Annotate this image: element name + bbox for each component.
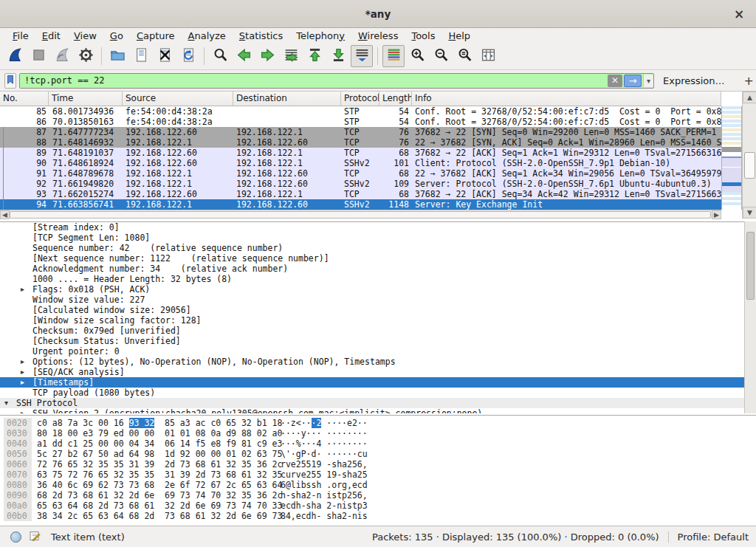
detail-line[interactable]: 1000 .... = Header Length: 32 bytes (8) [0,274,744,284]
menu-telephony[interactable]: Telephony [289,30,351,42]
hex-ascii[interactable]: ····y··· ········ [281,428,368,438]
column-header-destination[interactable]: Destination [233,92,341,106]
expander-collapsed-icon[interactable]: ▸ [21,284,30,295]
restart-capture-button[interactable] [51,45,73,67]
hex-bytes[interactable]: 80 18 00 e3 79 ed 00 00 01 01 08 0a d9 8… [37,428,282,438]
detail-line[interactable]: Acknowledgment number: 34 (relative ack … [0,264,744,274]
hex-row[interactable]: 006072 76 65 32 35 35 31 39 2d 73 68 61 … [0,459,756,469]
hex-bytes[interactable]: 38 34 2c 65 63 64 68 2d 73 68 61 32 2d 6… [37,511,282,521]
expander-expanded-icon[interactable]: ▾ [4,398,13,408]
menu-analyze[interactable]: Analyze [182,30,233,42]
filter-bookmark-button[interactable] [4,73,16,89]
capture-comment-icon[interactable] [29,530,41,544]
go-forward-button[interactable] [256,45,278,67]
reload-file-button[interactable] [177,45,199,67]
packet-row[interactable]: 9471.663856741192.168.122.1192.168.122.6… [0,199,721,210]
column-header-protocol[interactable]: Protocol [341,92,379,106]
packet-row[interactable]: 8771.647777234192.168.122.60192.168.122.… [0,127,721,137]
hex-bytes[interactable]: 63 75 72 76 65 32 35 35 31 39 2d 73 68 6… [37,469,282,480]
detail-line[interactable]: [TCP Segment Len: 1080] [0,233,744,243]
scroll-up-icon[interactable]: ▲ [743,92,756,103]
detail-line[interactable]: ▸SSH Version 2 (encryption:chacha20-poly… [0,408,744,413]
scroll-right-icon[interactable]: ▶ [712,210,721,219]
capture-options-button[interactable] [75,45,97,67]
menu-capture[interactable]: Capture [130,30,182,42]
detail-line[interactable]: [Next sequence number: 1122 (relative se… [0,253,744,264]
hex-ascii[interactable]: \'·gP·d· ······cu [281,449,368,459]
column-header-no[interactable]: No. [0,92,49,106]
detail-line[interactable]: [Calculated window size: 29056] [0,305,744,315]
close-icon[interactable]: × [729,4,749,24]
menu-statistics[interactable]: Statistics [233,30,289,42]
detail-line[interactable]: Window size value: 227 [0,295,744,305]
filter-dropdown-icon[interactable]: ▾ [643,75,653,87]
add-filter-button[interactable]: + [740,74,756,88]
hex-row[interactable]: 00a065 63 64 68 2d 73 68 61 32 2d 6e 69 … [0,500,756,511]
packet-row[interactable]: 9271.661949820192.168.122.1192.168.122.6… [0,179,721,189]
packet-row[interactable]: 8568.001734936fe:54:00:d4:38:2aSTP54Conf… [0,106,721,117]
expression-button[interactable]: Expression… [663,75,725,86]
packet-row[interactable]: 8971.648191037192.168.122.60192.168.122.… [0,148,721,158]
hex-row[interactable]: 0020c0 a8 7a 3c 00 16 93 32 85 a3 ac c0 … [0,418,756,428]
detail-line[interactable]: Urgent pointer: 0 [0,346,744,357]
menu-wireless[interactable]: Wireless [351,30,405,42]
column-header-source[interactable]: Source [123,92,233,106]
detail-line[interactable]: Sequence number: 42 (relative sequence n… [0,243,744,253]
packet-row[interactable]: 8670.013850163fe:54:00:d4:38:2aSTP54Conf… [0,117,721,127]
display-filter-input[interactable] [20,74,608,88]
stop-capture-button[interactable] [27,45,49,67]
detail-line[interactable]: TCP payload (1080 bytes) [0,388,744,398]
zoom-reset-button[interactable] [453,45,475,67]
column-header-info[interactable]: Info [412,92,721,106]
hex-ascii[interactable]: ecdh-sha 2-nistp3 [281,500,368,511]
hex-bytes[interactable]: 65 63 64 68 2d 73 68 61 32 2d 6e 69 73 7… [37,500,282,511]
hex-bytes[interactable]: 5c 27 b2 67 50 ad 64 98 1d 92 00 00 01 0… [37,449,282,459]
menu-view[interactable]: View [67,30,103,42]
hex-row[interactable]: 00505c 27 b2 67 50 ad 64 98 1d 92 00 00 … [0,449,756,459]
hex-row[interactable]: 0040a1 dd c1 25 00 00 04 34 06 14 f5 e8 … [0,438,756,449]
vscroll-thumb[interactable] [744,152,755,179]
colorize-button[interactable] [382,45,405,67]
go-back-button[interactable] [233,45,255,67]
menu-file[interactable]: File [6,30,35,42]
hex-ascii[interactable]: 84,ecdh- sha2-nis [281,511,368,521]
expander-collapsed-icon[interactable]: ▸ [21,377,30,388]
save-file-button[interactable] [130,45,152,67]
detail-line[interactable]: [Checksum Status: Unverified] [0,336,744,346]
intelligent-scrollbar-minimap[interactable] [721,106,742,210]
packet-row[interactable]: 8871.648146932192.168.122.1192.168.122.6… [0,137,721,148]
packet-row[interactable]: 9371.662015274192.168.122.60192.168.122.… [0,189,721,199]
menu-help[interactable]: Help [441,30,477,42]
menu-tools[interactable]: Tools [405,30,441,42]
hex-row[interactable]: 00b038 34 2c 65 63 64 68 2d 73 68 61 32 … [0,511,756,521]
detail-line[interactable]: ▸Flags: 0x018 (PSH, ACK) [0,284,744,295]
filter-clear-icon[interactable]: ✕ [608,75,622,87]
hex-bytes[interactable]: 36 40 6c 69 62 73 73 68 2e 6f 72 67 2c 6… [37,480,282,490]
hex-ascii[interactable]: 6@libssh .org,ecd [281,480,368,490]
hex-ascii[interactable]: curve255 19-sha25 [281,469,368,480]
hex-row[interactable]: 008036 40 6c 69 62 73 73 68 2e 6f 72 67 … [0,480,756,490]
hex-row[interactable]: 007063 75 72 76 65 32 35 35 31 39 2d 73 … [0,469,756,480]
scroll-down-icon[interactable]: ▼ [743,207,756,219]
zoom-in-button[interactable] [406,45,428,67]
close-file-button[interactable] [154,45,176,67]
zoom-out-button[interactable] [430,45,452,67]
expert-info-icon[interactable] [10,531,21,543]
auto-scroll-button[interactable] [351,45,373,67]
hex-ascii[interactable]: ··z<···2 ····e2·· [281,418,368,428]
menu-edit[interactable]: Edit [35,30,67,42]
packet-row[interactable]: 9071.648618924192.168.122.60192.168.122.… [0,158,721,168]
detail-line[interactable]: [Stream index: 0] [0,222,744,233]
hex-bytes[interactable]: 72 76 65 32 35 35 31 39 2d 73 68 61 32 3… [37,459,282,469]
scroll-left-icon[interactable]: ◀ [0,210,10,219]
find-packet-button[interactable] [209,45,231,67]
profile-button[interactable]: Profile: Default [678,531,749,543]
hex-bytes[interactable]: 68 2d 73 68 61 32 2d 6e 69 73 74 70 32 3… [37,490,282,500]
detail-line[interactable]: Checksum: 0x79ed [unverified] [0,326,744,336]
packet-list-vscrollbar[interactable]: ▲ ▼ [742,92,756,219]
expander-collapsed-icon[interactable]: ▸ [21,408,30,413]
hscroll-thumb[interactable] [10,211,711,219]
menu-go[interactable]: Go [103,30,130,42]
go-to-packet-button[interactable] [280,45,302,67]
detail-line[interactable]: ▸Options: (12 bytes), No-Operation (NOP)… [0,357,744,367]
